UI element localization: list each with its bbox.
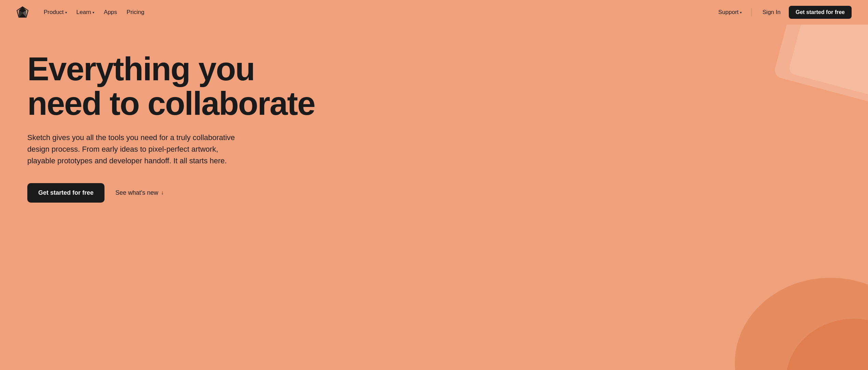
signin-button[interactable]: Sign In (757, 6, 786, 18)
navbar: Product ▾ Learn ▾ Apps Pricing Support ▾… (0, 0, 868, 25)
hero-section: Everything you need to collaborate Sketc… (0, 25, 868, 370)
nav-links: Product ▾ Learn ▾ Apps Pricing (40, 6, 714, 18)
hero-cta-button[interactable]: Get started for free (27, 183, 104, 203)
nav-item-support[interactable]: Support ▾ (714, 6, 746, 18)
svg-point-8 (786, 319, 868, 370)
hero-headline: Everything you need to collaborate (27, 52, 335, 121)
hero-decoration-bottom-right (711, 261, 868, 370)
chevron-down-icon: ▾ (65, 11, 67, 14)
nav-divider (751, 8, 752, 16)
svg-rect-5 (773, 25, 868, 106)
hero-actions: Get started for free See what's new ↓ (27, 183, 335, 203)
nav-right: Support ▾ Sign In Get started for free (714, 6, 852, 19)
see-whats-new-button[interactable]: See what's new ↓ (115, 189, 164, 196)
svg-point-7 (735, 278, 868, 370)
hero-decoration-top-right (745, 25, 868, 148)
nav-item-apps[interactable]: Apps (100, 6, 121, 18)
chevron-down-icon: ▾ (740, 11, 742, 14)
nav-item-learn[interactable]: Learn ▾ (72, 6, 98, 18)
svg-rect-6 (788, 25, 868, 98)
chevron-down-icon: ▾ (93, 11, 94, 14)
logo[interactable] (16, 6, 29, 18)
nav-item-pricing[interactable]: Pricing (123, 6, 149, 18)
hero-content: Everything you need to collaborate Sketc… (27, 52, 335, 203)
hero-subtext: Sketch gives you all the tools you need … (27, 132, 246, 167)
arrow-down-icon: ↓ (161, 190, 164, 196)
nav-cta-button[interactable]: Get started for free (789, 6, 852, 19)
nav-item-product[interactable]: Product ▾ (40, 6, 71, 18)
